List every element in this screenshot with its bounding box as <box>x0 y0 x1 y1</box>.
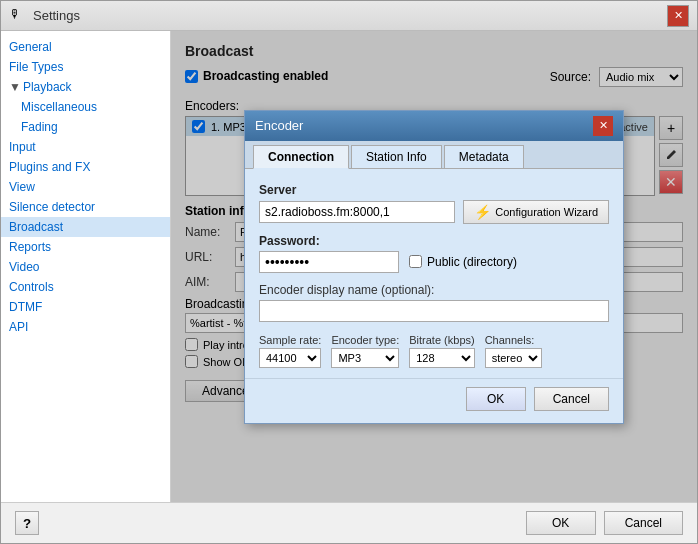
help-button[interactable]: ? <box>15 511 39 535</box>
modal-ok-button[interactable]: OK <box>466 387 526 411</box>
title-bar: 🎙 Settings ✕ <box>1 1 697 31</box>
sidebar-item-plugins[interactable]: Plugins and FX <box>1 157 170 177</box>
public-directory-label: Public (directory) <box>427 255 517 269</box>
password-row: Public (directory) <box>259 251 609 273</box>
server-row: ⚡ Configuration Wizard <box>259 200 609 224</box>
sidebar-item-fading[interactable]: Fading <box>1 117 170 137</box>
footer-bar: ? OK Cancel <box>1 502 697 543</box>
sidebar-item-miscellaneous[interactable]: Miscellaneous <box>1 97 170 117</box>
sidebar-item-dtmf[interactable]: DTMF <box>1 297 170 317</box>
server-label: Server <box>259 183 609 197</box>
public-directory-checkbox[interactable] <box>409 255 422 268</box>
server-input[interactable] <box>259 201 455 223</box>
sidebar-item-view[interactable]: View <box>1 177 170 197</box>
modal-tabs: Connection Station Info Metadata <box>245 141 623 169</box>
window-close-button[interactable]: ✕ <box>667 5 689 27</box>
encoder-type-field: Encoder type: MP3 AAC OGG <box>331 334 399 368</box>
channels-field: Channels: stereo mono <box>485 334 542 368</box>
config-wizard-button[interactable]: ⚡ Configuration Wizard <box>463 200 609 224</box>
encoder-modal: Encoder ✕ Connection Station Info Metada… <box>244 110 624 424</box>
sample-row: Sample rate: 44100 22050 48000 Encoder t… <box>259 334 609 368</box>
sidebar-item-file-types[interactable]: File Types <box>1 57 170 77</box>
lightning-icon: ⚡ <box>474 204 491 220</box>
window-title: Settings <box>33 8 80 23</box>
sidebar-item-api[interactable]: API <box>1 317 170 337</box>
content-area: Broadcast Broadcasting enabled Source: A… <box>171 31 697 502</box>
sidebar-item-controls[interactable]: Controls <box>1 277 170 297</box>
password-input[interactable] <box>259 251 399 273</box>
modal-title-bar: Encoder ✕ <box>245 111 623 141</box>
bitrate-field: Bitrate (kbps) 128 64 96 192 256 320 <box>409 334 474 368</box>
sample-rate-field: Sample rate: 44100 22050 48000 <box>259 334 321 368</box>
modal-overlay: Encoder ✕ Connection Station Info Metada… <box>171 31 697 502</box>
encoder-display-input[interactable] <box>259 300 609 322</box>
bitrate-select[interactable]: 128 64 96 192 256 320 <box>409 348 474 368</box>
encoder-type-label: Encoder type: <box>331 334 399 346</box>
public-check-row: Public (directory) <box>409 255 517 269</box>
bitrate-label: Bitrate (kbps) <box>409 334 474 346</box>
password-label: Password: <box>259 234 609 248</box>
sidebar-item-silence[interactable]: Silence detector <box>1 197 170 217</box>
config-wizard-label: Configuration Wizard <box>495 206 598 218</box>
sidebar-item-general[interactable]: General <box>1 37 170 57</box>
tab-metadata[interactable]: Metadata <box>444 145 524 168</box>
sidebar-item-broadcast[interactable]: Broadcast <box>1 217 170 237</box>
sidebar: General File Types ▼Playback Miscellaneo… <box>1 31 171 502</box>
channels-select[interactable]: stereo mono <box>485 348 542 368</box>
tab-station-info[interactable]: Station Info <box>351 145 442 168</box>
sample-rate-select[interactable]: 44100 22050 48000 <box>259 348 321 368</box>
main-content: General File Types ▼Playback Miscellaneo… <box>1 31 697 502</box>
ok-button[interactable]: OK <box>526 511 596 535</box>
sidebar-item-reports[interactable]: Reports <box>1 237 170 257</box>
encoder-type-select[interactable]: MP3 AAC OGG <box>331 348 399 368</box>
modal-footer: OK Cancel <box>245 378 623 423</box>
modal-cancel-button[interactable]: Cancel <box>534 387 609 411</box>
footer-buttons: OK Cancel <box>526 511 683 535</box>
sample-rate-label: Sample rate: <box>259 334 321 346</box>
app-icon: 🎙 <box>9 7 27 25</box>
channels-label: Channels: <box>485 334 542 346</box>
cancel-button[interactable]: Cancel <box>604 511 683 535</box>
tab-connection[interactable]: Connection <box>253 145 349 169</box>
modal-title: Encoder <box>255 118 303 133</box>
modal-close-button[interactable]: ✕ <box>593 116 613 136</box>
modal-body: Server ⚡ Configuration Wizard Password: <box>245 169 623 378</box>
sidebar-item-video[interactable]: Video <box>1 257 170 277</box>
main-window: 🎙 Settings ✕ General File Types ▼Playbac… <box>0 0 698 544</box>
sidebar-item-input[interactable]: Input <box>1 137 170 157</box>
encoder-display-label: Encoder display name (optional): <box>259 283 609 297</box>
sidebar-item-playback[interactable]: ▼Playback <box>1 77 170 97</box>
